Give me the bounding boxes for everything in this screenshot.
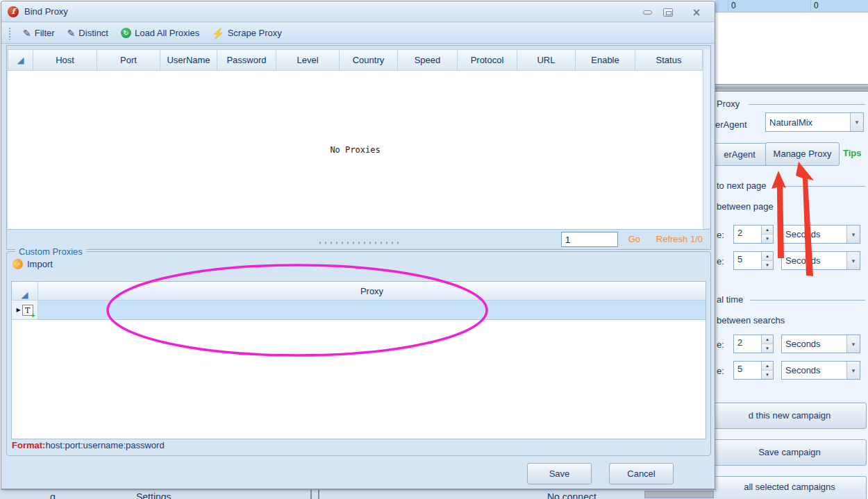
column-header-level[interactable]: Level [276, 49, 340, 71]
tips-link[interactable]: Tips [843, 148, 862, 158]
minimize-icon [643, 10, 652, 15]
import-button[interactable]: → Import [12, 259, 53, 269]
refresh-link[interactable]: Refresh 1/0 [656, 234, 703, 244]
format-label: Format: [12, 440, 45, 450]
scrape-proxy-button[interactable]: ⚡ Scrape Proxy [206, 26, 288, 41]
manage-proxy-button[interactable]: Manage Proxy [765, 142, 840, 166]
tab-settings[interactable]: Settings [136, 491, 172, 499]
spin-down-icon[interactable]: ▾ [762, 344, 773, 353]
save-button[interactable]: Save [527, 463, 592, 484]
statusbar-separator [310, 490, 312, 499]
vertical-scrollbar[interactable] [703, 49, 710, 228]
lightning-icon: ⚡ [212, 28, 224, 39]
select-all-header[interactable]: ◢ [12, 282, 38, 301]
format-value: host:port:username:password [45, 440, 164, 450]
table-row[interactable]: ▶ T+ [12, 301, 706, 320]
next-page-group-label: to next page [717, 180, 767, 191]
scrape-proxy-label: Scrape Proxy [228, 28, 282, 38]
search-min-time-spinner[interactable]: 2 ▴▾ [733, 335, 774, 353]
spin-up-icon[interactable]: ▴ [762, 335, 773, 344]
minimize-button[interactable] [639, 7, 656, 17]
spin-up-icon[interactable]: ▴ [762, 226, 773, 234]
save-campaign-button[interactable]: Save campaign [715, 439, 867, 466]
column-header-status[interactable]: Status [635, 49, 703, 71]
proxy-table-header: ◢ Host Port UserName Password Level Coun… [8, 49, 703, 71]
custom-proxies-legend: Custom Proxies [15, 246, 86, 257]
proxy-edit-cell[interactable] [38, 301, 706, 320]
group-divider [780, 186, 865, 187]
import-icon: → [10, 257, 25, 271]
chevron-down-icon[interactable]: ▾ [846, 226, 860, 243]
proxy-table-body: No Proxies [8, 71, 703, 229]
custom-proxies-table: ◢ Proxy ▶ T+ [11, 281, 706, 439]
chevron-down-icon[interactable]: ▾ [846, 252, 860, 269]
triangle-icon: ◢ [22, 291, 28, 298]
search-min-unit-combobox[interactable]: Seconds ▾ [781, 335, 860, 353]
statusbar: g Settings No connect [0, 489, 717, 499]
close-button[interactable]: × [687, 7, 706, 17]
toolbar-grip[interactable] [8, 27, 11, 40]
spin-down-icon[interactable]: ▾ [762, 260, 773, 269]
background-empty-area [715, 13, 868, 84]
column-header-url[interactable]: URL [517, 49, 576, 71]
statusbar-separator [318, 490, 319, 499]
cancel-button[interactable]: Cancel [609, 463, 674, 484]
background-cell-value: 0 [731, 1, 736, 10]
column-header-enable[interactable]: Enable [576, 49, 635, 71]
background-grid-header: 0 0 [715, 0, 868, 12]
page-min-time-spinner[interactable]: 2 ▴▾ [733, 225, 774, 244]
group-divider [750, 300, 865, 301]
spin-down-icon[interactable]: ▾ [762, 370, 773, 379]
column-header-username[interactable]: UserName [160, 49, 217, 71]
load-all-proxies-button[interactable]: ↻ Load All Proxies [115, 26, 206, 40]
column-header-host[interactable]: Host [33, 49, 97, 71]
filter-label: Filter [35, 28, 55, 38]
dialog-titlebar[interactable]: f Bind Proxy [1, 1, 715, 22]
chevron-down-icon[interactable]: ▾ [846, 362, 860, 379]
maximize-button[interactable] [660, 7, 676, 17]
custom-table-header: ◢ Proxy [12, 282, 706, 301]
unit-selected-value: Seconds [782, 365, 846, 375]
proxy-group-label: Proxy [717, 99, 740, 109]
go-link[interactable]: Go [628, 234, 640, 244]
spinner-value: 2 [734, 335, 761, 353]
column-header-password[interactable]: Password [217, 49, 276, 71]
page-max-unit-combobox[interactable]: Seconds ▾ [781, 251, 860, 270]
min-time-label: e: [717, 339, 724, 350]
add-campaign-button[interactable]: d this new campaign [715, 403, 867, 429]
splitter-grip[interactable] [317, 241, 401, 245]
spin-down-icon[interactable]: ▾ [762, 234, 773, 243]
maximize-icon [663, 8, 673, 17]
column-header-protocol[interactable]: Protocol [458, 49, 517, 71]
page-min-unit-combobox[interactable]: Seconds ▾ [781, 225, 860, 244]
row-selector-cell[interactable]: ▶ T+ [12, 301, 38, 320]
horizontal-splitter[interactable] [715, 84, 868, 92]
spin-up-icon[interactable]: ▴ [762, 252, 773, 260]
column-header-port[interactable]: Port [97, 49, 160, 71]
max-time-label: e: [717, 256, 724, 267]
import-label: Import [27, 259, 53, 269]
pencil-icon: ✎ [67, 28, 76, 39]
run-campaigns-button[interactable]: all selected campaigns [715, 476, 867, 499]
column-header-proxy[interactable]: Proxy [38, 282, 706, 301]
page-number-input[interactable] [561, 232, 618, 247]
column-header-country[interactable]: Country [340, 49, 398, 71]
distinct-button[interactable]: ✎ Distinct [61, 26, 115, 41]
unit-selected-value: Seconds [782, 339, 846, 349]
bind-proxy-dialog: f Bind Proxy × ✎ Filter ✎ Distinct ↻ Loa… [1, 1, 715, 489]
search-max-time-spinner[interactable]: 5 ▴▾ [733, 361, 774, 380]
filter-button[interactable]: ✎ Filter [17, 26, 61, 41]
load-all-proxies-label: Load All Proxies [135, 28, 199, 38]
column-separator [728, 0, 728, 12]
chevron-down-icon[interactable]: ▾ [846, 335, 860, 353]
pager-bar: Go Refresh 1/0 [8, 229, 710, 248]
useragent-selected-value: NaturalMix [766, 117, 850, 128]
statusbar-fragment: g [50, 491, 56, 499]
chevron-down-icon[interactable]: ▾ [850, 113, 863, 131]
useragent-combobox[interactable]: NaturalMix ▾ [765, 112, 864, 132]
search-max-unit-combobox[interactable]: Seconds ▾ [781, 361, 860, 380]
select-all-header[interactable]: ◢ [8, 49, 33, 71]
spin-up-icon[interactable]: ▴ [762, 362, 773, 370]
column-header-speed[interactable]: Speed [398, 49, 458, 71]
page-max-time-spinner[interactable]: 5 ▴▾ [733, 251, 774, 270]
